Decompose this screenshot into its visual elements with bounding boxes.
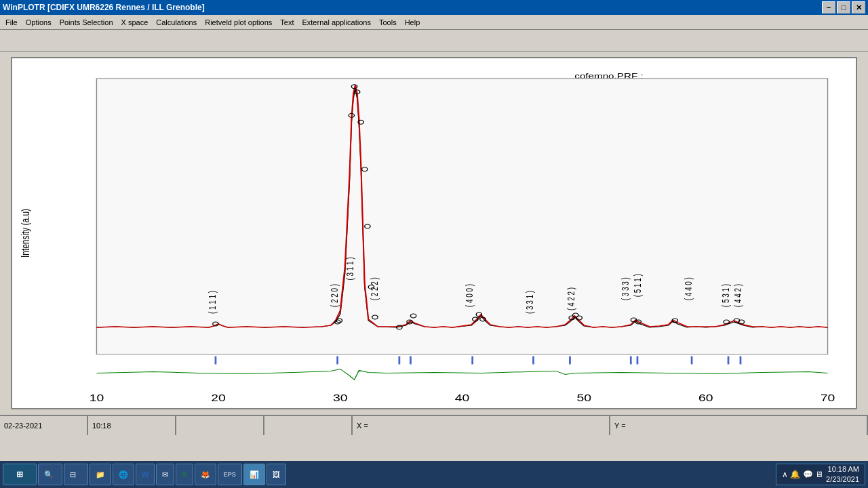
menu-item-external-applications[interactable]: External applications	[298, 17, 375, 28]
taskbar-excel[interactable]: X	[176, 464, 193, 485]
status-y: Y =	[610, 416, 868, 435]
chart-svg: cofemno.PRF : 1. Yobs 2. Ycalc 3. Yobs-Y…	[12, 58, 856, 408]
status-date: 02-23-2021	[0, 416, 88, 435]
svg-text:50: 50	[576, 393, 591, 404]
svg-rect-12	[96, 79, 827, 354]
maximize-button[interactable]: □	[837, 1, 850, 14]
svg-text:( 2 2 0 ): ( 2 2 0 )	[329, 284, 340, 307]
menu-item-options[interactable]: Options	[22, 17, 56, 28]
menu-item-help[interactable]: Help	[401, 17, 425, 28]
svg-text:Intensity (a.u): Intensity (a.u)	[19, 209, 31, 258]
svg-text:( 3 3 3 ): ( 3 3 3 )	[620, 277, 631, 300]
taskbar-file-explorer[interactable]: 📁	[90, 464, 111, 485]
taskbar-tray: ∧ 🔔 💬 🖥 10:18 AM 2/23/2021	[776, 464, 865, 485]
menu-bar: FileOptionsPoints SelectionX spaceCalcul…	[0, 15, 868, 30]
title-bar-controls: − □ ✕	[822, 1, 865, 14]
search-icon: 🔍	[44, 470, 54, 479]
task-view-icon: ⊟	[70, 470, 76, 479]
menu-item-calculations[interactable]: Calculations	[152, 17, 201, 28]
status-x: X =	[353, 416, 610, 435]
excel-icon: X	[182, 470, 186, 479]
svg-text:( 1 1 1 ): ( 1 1 1 )	[207, 291, 218, 314]
edge-icon: 🌐	[119, 470, 128, 479]
main-chart-area: cofemno.PRF : 1. Yobs 2. Ycalc 3. Yobs-Y…	[11, 57, 857, 409]
svg-text:( 5 3 1 ): ( 5 3 1 )	[721, 284, 732, 307]
svg-text:60: 60	[698, 393, 713, 404]
svg-text:( 3 3 1 ): ( 3 3 1 )	[525, 291, 536, 314]
svg-text:( 3 1 1 ): ( 3 1 1 )	[344, 257, 355, 280]
status-bar: 02-23-2021 10:18 X = Y =	[0, 415, 868, 435]
svg-text:( 4 0 0 ): ( 4 0 0 )	[464, 284, 475, 307]
file-explorer-icon: 📁	[96, 470, 105, 479]
word-icon: W	[142, 470, 149, 479]
svg-text:( 4 4 0 ): ( 4 4 0 )	[683, 277, 694, 300]
svg-text:10: 10	[90, 393, 104, 404]
menu-item-x-space[interactable]: X space	[117, 17, 153, 28]
status-time: 10:18	[88, 416, 176, 435]
close-button[interactable]: ✕	[852, 1, 865, 14]
search-button[interactable]: 🔍	[38, 464, 62, 485]
taskbar-edge[interactable]: 🌐	[113, 464, 134, 485]
svg-text:40: 40	[455, 393, 470, 404]
window-title: WinPLOTR [CDIFX UMR6226 Rennes / ILL Gre…	[3, 3, 205, 12]
minimize-button[interactable]: −	[822, 1, 835, 14]
title-bar: WinPLOTR [CDIFX UMR6226 Rennes / ILL Gre…	[0, 0, 868, 15]
task-view-button[interactable]: ⊟	[64, 464, 88, 485]
photos-icon: 🖼	[273, 470, 280, 479]
svg-text:( 4 4 2 ): ( 4 4 2 )	[733, 284, 744, 307]
taskbar-photos[interactable]: 🖼	[267, 464, 286, 485]
firefox-icon: 🦊	[201, 470, 210, 479]
svg-text:( 4 2 2 ): ( 4 2 2 )	[566, 287, 577, 310]
clock-date: 2/23/2021	[826, 474, 859, 485]
taskbar-winplotr[interactable]: 📊	[243, 464, 265, 485]
menu-item-points-selection[interactable]: Points Selection	[56, 17, 117, 28]
taskbar-firefox[interactable]: 🦊	[195, 464, 216, 485]
winplotr-icon: 📊	[250, 470, 259, 479]
menu-item-tools[interactable]: Tools	[375, 17, 401, 28]
start-button[interactable]: ⊞	[3, 464, 37, 485]
tray-icons: ∧ 🔔 💬 🖥	[782, 470, 823, 479]
eps-icon: EPS	[224, 471, 236, 478]
menu-item-file[interactable]: File	[1, 17, 22, 28]
taskbar-word[interactable]: W	[136, 464, 155, 485]
svg-text:70: 70	[821, 393, 835, 404]
outlook-icon: ✉	[162, 470, 168, 479]
menu-item-text[interactable]: Text	[276, 17, 298, 28]
taskbar-outlook[interactable]: ✉	[156, 464, 174, 485]
svg-text:( 2 2 2 ): ( 2 2 2 )	[369, 277, 380, 300]
clock: 10:18 AM 2/23/2021	[826, 464, 859, 485]
toolbar	[0, 30, 868, 52]
svg-text:30: 30	[333, 393, 348, 404]
menu-item-rietveld-plot-options[interactable]: Rietveld plot options	[201, 17, 276, 28]
taskbar-eps[interactable]: EPS	[218, 464, 242, 485]
svg-text:( 5 1 1 ): ( 5 1 1 )	[633, 274, 644, 297]
svg-text:20: 20	[211, 393, 226, 404]
status-field4	[264, 416, 353, 435]
clock-time: 10:18 AM	[826, 464, 859, 474]
taskbar: ⊞ 🔍 ⊟ 📁 🌐 W ✉ X 🦊 EPS 📊 🖼 ∧ 🔔 💬 🖥 10:18 …	[0, 461, 868, 488]
status-field3	[176, 416, 264, 435]
